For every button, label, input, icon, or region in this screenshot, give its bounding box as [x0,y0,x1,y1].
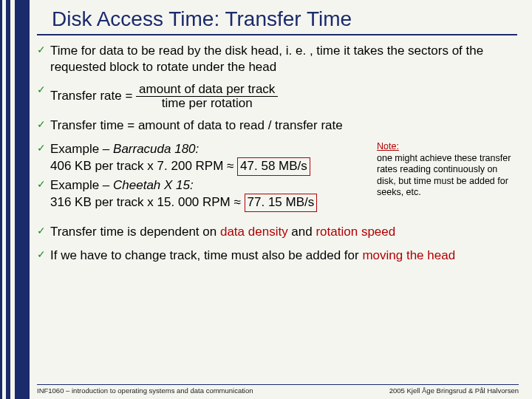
highlight-rotation-speed: rotation speed [316,225,395,239]
bullet-formula-time: Transfer time = amount of data to read /… [37,117,517,134]
example-detail: 316 KB per track x 15. 000 RPM ≈ 77. 15 … [50,194,369,212]
example-lead: Example – [50,142,113,156]
slide-body: Disk Access Time: Transfer Time Time for… [30,0,532,399]
result-box: 77. 15 MB/s [245,194,318,212]
formula-prefix: Transfer rate = [50,89,136,103]
bullet-example-cheetah: Example – Cheetah X 15: 316 KB per track… [37,177,369,212]
result-box: 47. 58 MB/s [237,157,310,176]
bullet-track-change: If we have to change track, time must al… [37,248,517,264]
bullet-list: Time for data to be read by the disk hea… [37,43,517,134]
note-body: one might achieve these transfer rates r… [377,153,511,198]
text-part: and [288,225,316,239]
footer: INF1060 – introduction to operating syst… [37,384,519,395]
example-name: Barracuda 180: [113,142,199,156]
bullet-definition: Time for data to be read by the disk hea… [37,43,517,75]
fraction-denominator: time per rotation [136,97,278,110]
bullet-example-barracuda: Example – Barracuda 180: 406 KB per trac… [37,141,369,176]
example-calc: 406 KB per track x 7. 200 RPM ≈ [50,159,237,173]
bullet-list-lower: Transfer time is dependent on data densi… [37,224,517,264]
example-detail: 406 KB per track x 7. 200 RPM ≈ 47. 58 M… [50,157,369,176]
fraction-numerator: amount of data per track [136,83,278,97]
slide-title: Disk Access Time: Transfer Time [37,0,517,35]
highlight-data-density: data density [220,225,288,239]
highlight-moving-head: moving the head [362,248,455,262]
note-heading: Note: [377,141,399,151]
footer-right: 2005 Kjell Åge Bringsrud & Pål Halvorsen [389,386,519,395]
note-box: Note: one might achieve these transfer r… [377,141,517,199]
left-decoration [0,0,27,399]
example-name: Cheetah X 15: [113,178,194,192]
example-calc: 316 KB per track x 15. 000 RPM ≈ [50,195,245,209]
examples-column: Example – Barracuda 180: 406 KB per trac… [37,141,369,214]
examples-row: Example – Barracuda 180: 406 KB per trac… [37,141,517,214]
bullet-formula-rate: Transfer rate = amount of data per track… [37,83,517,110]
footer-left: INF1060 – introduction to operating syst… [37,386,253,395]
example-lead: Example – [50,178,113,192]
fraction: amount of data per track time per rotati… [136,83,278,110]
text-part: Transfer time is dependent on [50,225,220,239]
text-part: If we have to change track, time must al… [50,248,362,262]
bullet-dependency: Transfer time is dependent on data densi… [37,224,517,240]
